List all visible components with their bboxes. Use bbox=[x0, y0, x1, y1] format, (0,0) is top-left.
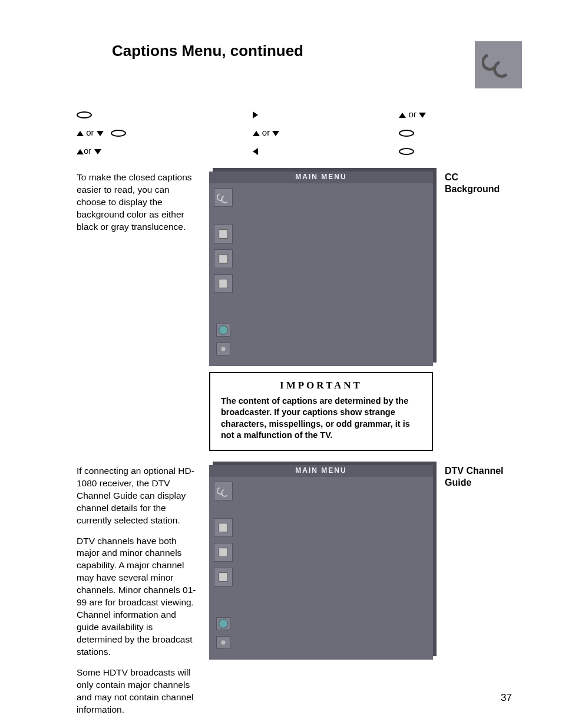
tv-header: MAIN MENU bbox=[209, 172, 433, 183]
svg-rect-1 bbox=[219, 254, 228, 263]
up-arrow-icon bbox=[77, 149, 84, 154]
or-text: or bbox=[84, 146, 94, 156]
menu-button-icon bbox=[77, 111, 92, 118]
cc-badge-icon bbox=[475, 41, 522, 88]
menu-dot-icon bbox=[216, 342, 230, 355]
svg-rect-0 bbox=[219, 229, 228, 238]
menu-box-icon bbox=[214, 543, 233, 562]
svg-point-9 bbox=[221, 640, 225, 644]
up-arrow-icon bbox=[399, 113, 406, 118]
section-label-cc-background: CC Background bbox=[445, 172, 521, 195]
svg-point-4 bbox=[221, 347, 225, 351]
menu-dot-icon bbox=[216, 636, 230, 649]
menu-box-icon bbox=[214, 274, 233, 293]
down-arrow-icon bbox=[97, 131, 104, 136]
page-number: 37 bbox=[501, 691, 512, 704]
or-text: or bbox=[84, 127, 97, 137]
or-text: or bbox=[406, 109, 419, 119]
dtv-guide-description: If connecting an optional HD-1080 receiv… bbox=[77, 465, 197, 724]
menu-button-icon bbox=[111, 130, 126, 137]
important-body: The content of captions are determined b… bbox=[221, 396, 421, 442]
svg-point-8 bbox=[219, 619, 228, 628]
menu-cc-icon bbox=[214, 188, 233, 207]
svg-rect-2 bbox=[219, 279, 228, 288]
left-arrow-icon bbox=[253, 148, 258, 155]
menu-box-icon bbox=[214, 518, 233, 537]
down-arrow-icon bbox=[272, 131, 279, 136]
menu-cc-icon bbox=[214, 482, 233, 500]
right-arrow-icon bbox=[253, 111, 258, 118]
important-note: IMPORTANT The content of captions are de… bbox=[209, 372, 433, 451]
or-text: or bbox=[260, 127, 273, 137]
tv-menu-cc-background: MAIN MENU bbox=[209, 172, 433, 366]
svg-rect-6 bbox=[219, 548, 228, 556]
menu-box-icon bbox=[214, 225, 233, 243]
important-title: IMPORTANT bbox=[221, 379, 421, 392]
tv-header: MAIN MENU bbox=[209, 465, 433, 477]
up-arrow-icon bbox=[77, 131, 84, 136]
down-arrow-icon bbox=[419, 113, 426, 118]
menu-button-icon bbox=[399, 130, 414, 137]
svg-rect-7 bbox=[219, 572, 228, 581]
up-arrow-icon bbox=[253, 131, 260, 136]
svg-rect-5 bbox=[219, 523, 228, 532]
cc-background-description: To make the closed captions easier to re… bbox=[77, 172, 197, 242]
menu-globe-icon bbox=[216, 617, 230, 630]
menu-globe-icon bbox=[216, 324, 230, 337]
page-title: Captions Menu, continued bbox=[112, 41, 303, 61]
section-label-dtv-guide: DTV Channel Guide bbox=[445, 465, 521, 489]
down-arrow-icon bbox=[94, 149, 101, 154]
tv-menu-dtv-guide: MAIN MENU bbox=[209, 465, 433, 660]
nav-steps: or or or or bbox=[77, 106, 522, 161]
menu-box-icon bbox=[214, 249, 233, 268]
menu-box-icon bbox=[214, 568, 233, 587]
menu-button-icon bbox=[399, 148, 414, 155]
svg-point-3 bbox=[219, 325, 228, 334]
